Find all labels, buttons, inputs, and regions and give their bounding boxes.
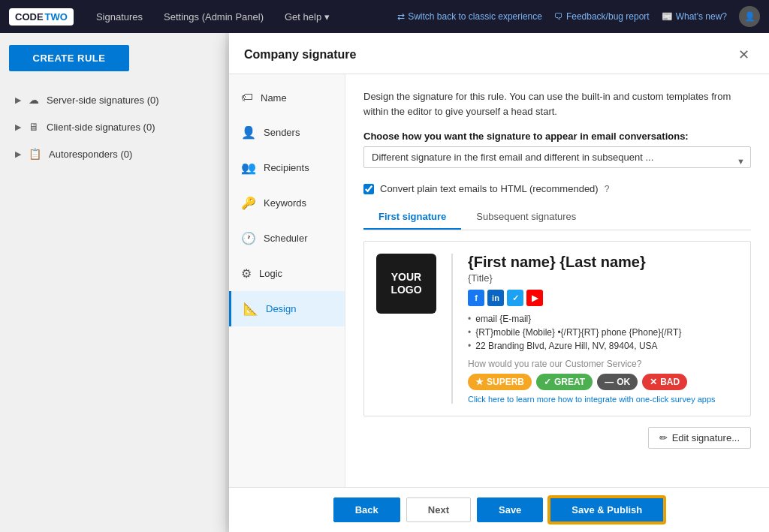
logo[interactable]: CODETWO bbox=[9, 8, 74, 26]
keywords-icon: 🔑 bbox=[241, 196, 256, 210]
nav-label: Scheduler bbox=[264, 233, 308, 244]
edit-signature-button[interactable]: ✏ Edit signature... bbox=[648, 427, 751, 449]
nav-right-group: ⇄ Switch back to classic experience 🗨 Fe… bbox=[397, 6, 760, 27]
convert-plaintext-row: Convert plain text emails to HTML (recom… bbox=[363, 183, 751, 194]
nav-label: Recipients bbox=[264, 162, 309, 173]
senders-icon: 👤 bbox=[241, 125, 256, 140]
recipients-icon: 👥 bbox=[241, 161, 256, 175]
nav-settings[interactable]: Settings (Admin Panel) bbox=[153, 0, 274, 33]
next-button[interactable]: Next bbox=[406, 497, 471, 522]
learn-more-link[interactable]: Click here to learn more how to integrat… bbox=[468, 395, 738, 404]
x-icon: ✕ bbox=[650, 377, 657, 387]
star-icon: ★ bbox=[475, 377, 484, 387]
sidebar-label: Autoresponders (0) bbox=[49, 149, 132, 160]
check-icon: ✓ bbox=[544, 377, 551, 387]
signature-divider bbox=[451, 254, 453, 404]
modal-footer: Back Next Save Save & Publish bbox=[229, 487, 769, 532]
sidebar-item-client-signatures[interactable]: ▶ 🖥 Client-side signatures (0) bbox=[9, 113, 216, 140]
modal-body: 🏷 Name 👤 Senders 👥 Recipients 🔑 Keywords… bbox=[229, 74, 769, 487]
signature-preview: YOUR LOGO {First name} {Last name} {Titl… bbox=[363, 241, 751, 416]
nav-label: Logic bbox=[259, 268, 282, 279]
survey-ok-btn: — OK bbox=[597, 374, 638, 390]
avatar[interactable]: 👤 bbox=[739, 6, 760, 27]
survey-label: How would you rate our Customer Service? bbox=[468, 359, 738, 369]
clipboard-icon: 📋 bbox=[29, 148, 41, 160]
linkedin-icon: in bbox=[487, 290, 504, 306]
sidebar-item-server-signatures[interactable]: ▶ ☁ Server-side signatures (0) bbox=[9, 86, 216, 113]
modal-left-nav: 🏷 Name 👤 Senders 👥 Recipients 🔑 Keywords… bbox=[229, 74, 345, 487]
logic-icon: ⚙ bbox=[241, 266, 252, 281]
signature-appearance-dropdown-wrapper: Different signature in the first email a… bbox=[363, 146, 751, 176]
modal-right-content: Design the signature for this rule. You … bbox=[345, 74, 769, 487]
survey-bad-btn: ✕ BAD bbox=[642, 374, 687, 390]
convert-plaintext-checkbox[interactable] bbox=[363, 184, 374, 194]
modal-nav-keywords[interactable]: 🔑 Keywords bbox=[229, 185, 345, 221]
cloud-icon: ☁ bbox=[29, 94, 39, 106]
sidebar-label: Server-side signatures (0) bbox=[47, 95, 159, 106]
expand-arrow-icon: ▶ bbox=[15, 122, 21, 132]
modal-nav-logic[interactable]: ⚙ Logic bbox=[229, 256, 345, 291]
name-icon: 🏷 bbox=[241, 91, 253, 104]
modal-nav-design[interactable]: 📐 Design bbox=[229, 291, 345, 326]
signature-logo: YOUR LOGO bbox=[376, 254, 436, 314]
tab-subsequent-signatures[interactable]: Subsequent signatures bbox=[461, 205, 591, 230]
tab-first-signature[interactable]: First signature bbox=[363, 205, 461, 230]
signature-title-field: {Title} bbox=[468, 272, 738, 284]
convert-plaintext-label: Convert plain text emails to HTML (recom… bbox=[380, 183, 599, 194]
nav-help[interactable]: Get help ▾ bbox=[274, 0, 340, 33]
monitor-icon: 🖥 bbox=[29, 121, 39, 133]
edit-signature-label: Edit signature... bbox=[672, 432, 740, 443]
survey-buttons: ★ SUPERB ✓ GREAT — OK ✕ bbox=[468, 374, 738, 390]
info-icon[interactable]: ? bbox=[605, 184, 610, 194]
modal-nav-recipients[interactable]: 👥 Recipients bbox=[229, 150, 345, 185]
sig-address: • 22 Branding Blvd, Azure Hill, NV, 8940… bbox=[468, 341, 738, 351]
sidebar-item-autoresponders[interactable]: ▶ 📋 Autoresponders (0) bbox=[9, 140, 216, 167]
save-publish-button[interactable]: Save & Publish bbox=[549, 497, 665, 523]
content-description: Design the signature for this rule. You … bbox=[363, 89, 751, 119]
nav-label: Name bbox=[261, 92, 287, 104]
nav-signatures[interactable]: Signatures bbox=[86, 0, 153, 33]
signature-tabs: First signature Subsequent signatures bbox=[363, 205, 751, 230]
nav-label: Keywords bbox=[264, 197, 306, 209]
youtube-icon: ▶ bbox=[526, 290, 543, 306]
back-button[interactable]: Back bbox=[333, 497, 400, 522]
modal-title: Company signature bbox=[244, 48, 356, 62]
choose-label: Choose how you want the signature to app… bbox=[363, 131, 751, 142]
create-rule-button[interactable]: CREATE RULE bbox=[9, 45, 129, 71]
signature-info: {First name} {Last name} {Title} f in ✓ … bbox=[468, 254, 738, 404]
expand-arrow-icon: ▶ bbox=[15, 149, 21, 159]
pencil-icon: ✏ bbox=[659, 432, 668, 443]
save-button[interactable]: Save bbox=[477, 497, 543, 522]
switch-classic-link[interactable]: ⇄ Switch back to classic experience bbox=[397, 11, 542, 22]
nav-label: Design bbox=[266, 303, 296, 314]
nav-label: Senders bbox=[264, 127, 300, 138]
feedback-link[interactable]: 🗨 Feedback/bug report bbox=[554, 11, 650, 22]
modal-nav-scheduler[interactable]: 🕐 Scheduler bbox=[229, 221, 345, 256]
survey-great-btn: ✓ GREAT bbox=[536, 374, 593, 390]
sig-email: • email {E-mail} bbox=[468, 314, 738, 324]
sidebar: CREATE RULE ▶ ☁ Server-side signatures (… bbox=[0, 33, 225, 532]
modal-nav-name[interactable]: 🏷 Name bbox=[229, 80, 345, 115]
top-nav: CODETWO Signatures Settings (Admin Panel… bbox=[0, 0, 769, 33]
logo-line2: LOGO bbox=[391, 284, 421, 296]
expand-arrow-icon: ▶ bbox=[15, 95, 21, 105]
social-icons-row: f in ✓ ▶ bbox=[468, 290, 738, 306]
sidebar-label: Client-side signatures (0) bbox=[47, 122, 155, 133]
scheduler-icon: 🕐 bbox=[241, 231, 256, 245]
modal-close-button[interactable]: ✕ bbox=[734, 45, 754, 65]
signature-appearance-dropdown[interactable]: Different signature in the first email a… bbox=[363, 146, 751, 168]
survey-superb-btn: ★ SUPERB bbox=[468, 374, 532, 390]
twitter-icon: ✓ bbox=[507, 290, 523, 306]
dash-icon: — bbox=[605, 377, 614, 387]
company-signature-modal: Company signature ✕ 🏷 Name 👤 Senders 👥 R… bbox=[229, 33, 769, 532]
design-icon: 📐 bbox=[243, 302, 258, 316]
whats-new-link[interactable]: 📰 What's new? bbox=[662, 11, 727, 22]
modal-nav-senders[interactable]: 👤 Senders bbox=[229, 115, 345, 150]
sig-phone: • {RT}mobile {Mobile} •{/RT}{RT} phone {… bbox=[468, 327, 738, 338]
logo-line1: YOUR bbox=[391, 271, 421, 284]
signature-name: {First name} {Last name} bbox=[468, 254, 738, 271]
facebook-icon: f bbox=[468, 290, 484, 306]
modal-header: Company signature ✕ bbox=[229, 33, 769, 74]
